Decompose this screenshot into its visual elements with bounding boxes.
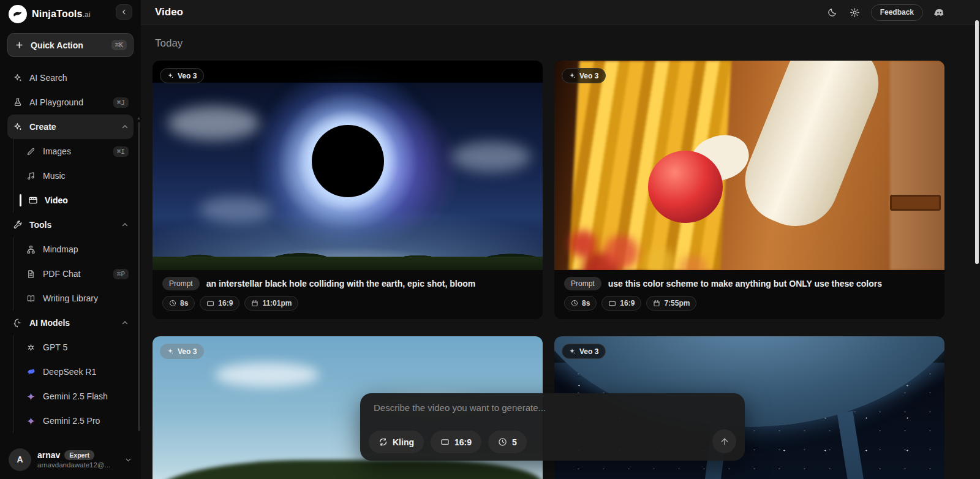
black-hole xyxy=(312,125,384,197)
model-badge: Veo 3 xyxy=(160,344,204,359)
ai-chip-icon xyxy=(12,318,23,328)
chevron-up-icon xyxy=(121,123,129,130)
model-badge: Veo 3 xyxy=(562,344,606,359)
sidebar-scrollbar-thumb[interactable] xyxy=(138,122,140,431)
sparkle-icon xyxy=(167,72,174,79)
brand-logo[interactable]: NinjaTools.ai xyxy=(9,5,91,23)
sidebar-item-pdf-chat[interactable]: PDF Chat ⌘P xyxy=(20,262,134,286)
aspect-pill: 16:9 xyxy=(200,296,239,311)
discord-icon xyxy=(933,7,945,18)
create-subgroup: Images ⌘I Music Video xyxy=(13,139,134,213)
prompt-text: an interstellar black hole colliding wit… xyxy=(206,279,476,289)
ai-models-subgroup: GPT 5 DeepSeek R1 Gemini 2.5 Flash Gemin… xyxy=(13,335,134,433)
aspect-pill: 16:9 xyxy=(601,296,641,311)
chevron-up-icon xyxy=(121,221,129,228)
aspect-ratio-icon xyxy=(608,300,616,307)
sidebar-item-label: GPT 5 xyxy=(43,342,129,352)
section-title: Today xyxy=(155,37,183,50)
file-text-icon xyxy=(26,269,36,279)
theme-toggle-button[interactable] xyxy=(826,6,839,19)
deepseek-whale-icon xyxy=(26,367,36,377)
chevron-left-icon xyxy=(121,9,127,15)
sidebar-item-label: AI Playground xyxy=(29,97,107,107)
calendar-icon xyxy=(251,300,258,307)
sparkle-icon xyxy=(569,72,576,79)
time-pill: 7:55pm xyxy=(646,296,696,311)
sidebar-item-label: AI Search xyxy=(29,73,129,83)
shortcut-badge: ⌘J xyxy=(113,97,129,108)
sidebar-item-mindmap[interactable]: Mindmap xyxy=(20,237,134,262)
sidebar-section-label: AI Models xyxy=(29,318,115,328)
profile-menu[interactable]: A arnav Expert arnavdandawate12@... xyxy=(0,440,141,479)
calendar-icon xyxy=(653,300,660,307)
sidebar-item-music[interactable]: Music xyxy=(20,164,134,188)
video-card[interactable]: Veo 3 Prompt an interstellar black hole … xyxy=(153,61,543,319)
page-scrollbar-thumb[interactable] xyxy=(975,20,979,264)
sparkles-icon xyxy=(12,122,23,132)
clock-icon xyxy=(498,437,507,447)
video-card[interactable]: Veo 3 Prompt use this color scheme to ma… xyxy=(554,61,944,319)
duration-button[interactable]: 5 xyxy=(488,431,527,453)
prompt-label: Prompt xyxy=(564,277,601,290)
sidebar-item-ai-playground[interactable]: AI Playground ⌘J xyxy=(7,90,134,115)
sidebar-item-gemini-25-flash[interactable]: Gemini 2.5 Flash xyxy=(20,384,134,409)
music-note-icon xyxy=(26,171,36,181)
video-thumbnail[interactable]: Veo 3 xyxy=(153,61,543,270)
aspect-ratio-button[interactable]: 16:9 xyxy=(431,431,481,453)
sidebar-item-label: Gemini 2.5 Flash xyxy=(43,391,129,401)
sidebar-item-writing-library[interactable]: Writing Library xyxy=(20,286,134,311)
discord-button[interactable] xyxy=(932,6,946,19)
sidebar-nav: AI Search AI Playground ⌘J Create Images… xyxy=(0,61,141,440)
blackhole-scene xyxy=(153,83,543,270)
prompt-text: use this color scheme to make anything b… xyxy=(608,279,882,289)
moon-icon xyxy=(827,7,837,18)
sidebar-item-label: Music xyxy=(43,171,129,181)
profile-name: arnav xyxy=(37,450,60,460)
sidebar-section-create[interactable]: Create xyxy=(7,115,134,139)
sidebar-item-gpt5[interactable]: GPT 5 xyxy=(20,335,134,360)
plus-icon xyxy=(14,40,24,50)
feedback-button[interactable]: Feedback xyxy=(871,4,923,21)
sidebar-item-label: PDF Chat xyxy=(43,269,107,279)
brand-name: NinjaTools xyxy=(32,9,83,19)
settings-button[interactable] xyxy=(848,6,862,19)
sidebar-section-ai-models[interactable]: AI Models xyxy=(7,311,134,335)
gemini-star-icon xyxy=(26,391,36,402)
prompt-input[interactable] xyxy=(374,402,731,428)
sidebar-item-label: Images xyxy=(43,146,107,156)
sidebar-item-images[interactable]: Images ⌘I xyxy=(20,139,134,164)
sidebar-section-label: Tools xyxy=(29,220,115,230)
collapse-sidebar-button[interactable] xyxy=(116,4,132,20)
ninjatools-logo-icon xyxy=(9,5,27,23)
plan-badge: Expert xyxy=(64,450,94,460)
sidebar-section-label: Create xyxy=(29,122,115,132)
model-badge: Veo 3 xyxy=(562,68,606,83)
chevron-down-icon xyxy=(124,456,132,464)
generate-submit-button[interactable] xyxy=(712,429,736,453)
quick-action-shortcut: ⌘K xyxy=(111,40,127,50)
openai-icon xyxy=(26,342,36,353)
quick-action-button[interactable]: Quick Action ⌘K xyxy=(7,33,134,57)
sparkle-icon xyxy=(569,348,576,355)
model-select-button[interactable]: Kling xyxy=(369,431,424,453)
sidebar-scrollbar[interactable]: ▲ xyxy=(138,118,140,431)
sidebar-section-tools[interactable]: Tools xyxy=(7,213,134,237)
video-thumbnail[interactable]: Veo 3 xyxy=(554,61,944,270)
clock-icon xyxy=(169,300,176,307)
sparkle-icon xyxy=(12,73,23,83)
sidebar-item-ai-search[interactable]: AI Search xyxy=(7,66,134,90)
avatar: A xyxy=(9,448,31,471)
sidebar-item-video[interactable]: Video xyxy=(20,188,134,213)
sidebar-item-deepseek-r1[interactable]: DeepSeek R1 xyxy=(20,360,134,384)
tools-subgroup: Mindmap PDF Chat ⌘P Writing Library xyxy=(13,237,134,311)
duration-pill: 8s xyxy=(564,296,597,311)
arrow-up-icon xyxy=(720,437,729,447)
prompt-label: Prompt xyxy=(162,277,200,290)
pencil-icon xyxy=(26,146,36,157)
aspect-ratio-icon xyxy=(440,437,450,447)
wrench-icon xyxy=(12,220,23,230)
gear-icon xyxy=(850,7,860,18)
shortcut-badge: ⌘I xyxy=(113,146,129,157)
sidebar-item-gemini-25-pro[interactable]: Gemini 2.5 Pro xyxy=(20,409,134,433)
cycle-icon xyxy=(379,437,388,447)
